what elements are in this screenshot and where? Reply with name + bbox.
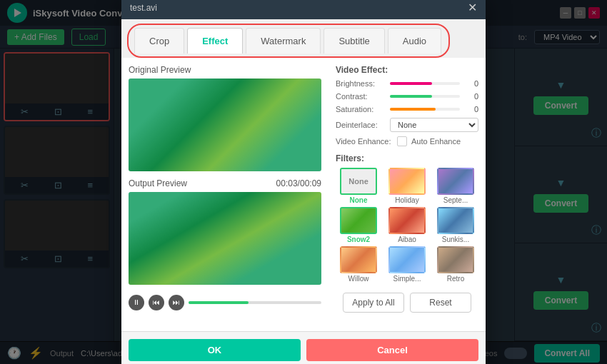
filter-actions: Apply to All Reset <box>336 288 478 317</box>
deinterlace-select[interactable]: None <box>390 118 478 132</box>
preview-timestamp: 00:03/00:09 <box>276 178 321 188</box>
filter-snow2-label: Snow2 <box>347 236 370 243</box>
effects-section: Video Effect: Brightness: 0 Contrast: <box>328 58 486 331</box>
original-preview-img <box>129 79 321 171</box>
filter-simple-thumb <box>388 246 426 273</box>
contrast-fill <box>390 95 432 98</box>
app-window: iSkysoft Video Converter U ↺ ⬇ ⊙ ⊟ 🖨 ─ □… <box>0 0 607 364</box>
preview-section: Original Preview Output Preview 00:03/00… <box>121 58 328 331</box>
filter-snow2[interactable]: Snow2 <box>336 207 381 243</box>
cancel-button[interactable]: Cancel <box>306 339 478 361</box>
filter-septe-thumb <box>437 168 474 195</box>
filter-septe[interactable]: Septe... <box>433 168 478 204</box>
filter-aibao-label: Aibao <box>398 236 416 243</box>
saturation-track[interactable] <box>390 108 460 111</box>
forward-button[interactable]: ⏭ <box>169 295 184 310</box>
progress-fill <box>189 301 249 304</box>
filter-holiday-label: Holiday <box>395 196 418 204</box>
filter-willow[interactable]: Willow <box>336 246 381 283</box>
effect-group: Video Effect: Brightness: 0 Contrast: <box>336 65 478 146</box>
filter-simple[interactable]: Simple... <box>384 246 430 283</box>
output-preview-box <box>129 192 321 285</box>
saturation-row: Saturation: 0 <box>336 105 478 113</box>
preview-controls: ⏸ ⏮ ⏭ <box>129 292 321 313</box>
tab-effect[interactable]: Effect <box>187 28 243 54</box>
filter-sunkis-label: Sunkis... <box>442 236 469 243</box>
output-preview-label: Output Preview <box>129 178 187 188</box>
enhance-label: Video Enhance: <box>336 137 393 146</box>
dialog-close-button[interactable]: ✕ <box>468 2 477 14</box>
brightness-track[interactable] <box>390 82 460 85</box>
contrast-label: Contrast: <box>336 92 386 101</box>
preview-progress[interactable] <box>189 301 321 304</box>
filter-septe-label: Septe... <box>443 196 468 204</box>
enhance-text: Auto Enhance <box>411 137 461 146</box>
brightness-label: Brightness: <box>336 79 386 88</box>
filter-simple-label: Simple... <box>393 275 421 283</box>
tab-audio[interactable]: Audio <box>388 28 441 54</box>
original-preview-box <box>129 79 321 171</box>
contrast-track[interactable] <box>390 95 460 98</box>
filter-holiday[interactable]: Holiday <box>384 168 430 204</box>
saturation-label: Saturation: <box>336 105 386 113</box>
enhance-checkbox[interactable] <box>397 136 407 146</box>
filter-none-thumb: None <box>340 168 377 195</box>
filter-grid: None None Holiday Septe... <box>336 168 478 283</box>
apply-all-button[interactable]: Apply to All <box>343 293 404 313</box>
dialog-title-bar: test.avi ✕ <box>121 0 486 19</box>
filter-sunkis[interactable]: Sunkis... <box>433 207 478 243</box>
original-preview-label: Original Preview <box>129 65 321 75</box>
filter-none-label: None <box>350 196 368 204</box>
contrast-row: Contrast: 0 <box>336 92 478 101</box>
tab-watermark[interactable]: Watermark <box>246 28 321 54</box>
enhance-row: Video Enhance: Auto Enhance <box>336 136 478 146</box>
tabs-container: Crop Effect Watermark Subtitle Audio <box>127 24 450 58</box>
tab-crop[interactable]: Crop <box>134 28 184 54</box>
filter-retro-label: Retro <box>447 275 464 283</box>
output-preview-img <box>129 192 321 285</box>
rewind-button[interactable]: ⏮ <box>149 295 164 310</box>
saturation-value: 0 <box>464 105 478 113</box>
filter-holiday-thumb <box>388 168 426 195</box>
deinterlace-label: Deinterlace: <box>336 121 386 129</box>
filter-none[interactable]: None None <box>336 168 381 204</box>
filters-group: Filters: None None Holiday <box>336 153 478 317</box>
filter-retro[interactable]: Retro <box>433 246 478 283</box>
tab-subtitle[interactable]: Subtitle <box>323 28 384 54</box>
filter-aibao-thumb <box>388 207 426 234</box>
effect-dialog: test.avi ✕ Crop Effect Watermark Subtitl… <box>121 0 486 364</box>
filter-aibao[interactable]: Aibao <box>384 207 430 243</box>
saturation-fill <box>390 108 436 111</box>
filters-label: Filters: <box>336 153 478 163</box>
filter-willow-label: Willow <box>348 275 369 283</box>
reset-button[interactable]: Reset <box>410 293 471 313</box>
deinterlace-row: Deinterlace: None <box>336 118 478 132</box>
dialog-overlay: test.avi ✕ Crop Effect Watermark Subtitl… <box>0 0 607 364</box>
filter-retro-thumb <box>437 246 474 273</box>
brightness-fill <box>390 82 432 85</box>
brightness-row: Brightness: 0 <box>336 79 478 88</box>
ok-button[interactable]: OK <box>129 339 301 361</box>
brightness-value: 0 <box>464 79 478 88</box>
filter-snow2-thumb <box>340 207 377 234</box>
dialog-footer: OK Cancel <box>121 331 486 365</box>
dialog-body: Original Preview Output Preview 00:03/00… <box>121 58 486 331</box>
dialog-filename: test.avi <box>130 3 157 13</box>
output-preview-row: Output Preview 00:03/00:09 <box>129 178 321 188</box>
video-effect-label: Video Effect: <box>336 65 478 75</box>
pause-button[interactable]: ⏸ <box>129 295 144 310</box>
filter-sunkis-thumb <box>437 207 474 234</box>
filter-willow-thumb <box>340 246 377 273</box>
contrast-value: 0 <box>464 92 478 101</box>
